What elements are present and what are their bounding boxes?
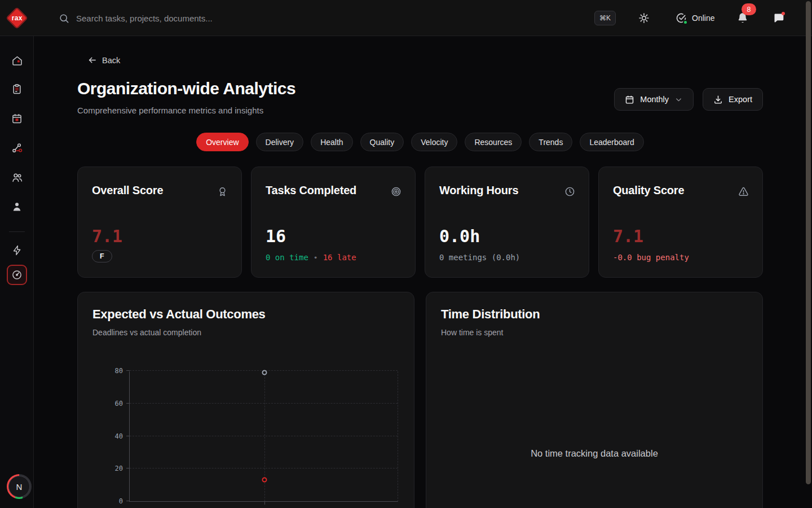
connection-status[interactable]: Online (676, 0, 714, 36)
chat-unread-dot (782, 12, 785, 15)
bug-penalty-sub: -0.0 bug penalty (613, 253, 689, 262)
online-status-dot (683, 20, 688, 25)
quality-score-value: 7.1 (613, 226, 643, 246)
calendar-icon (11, 113, 23, 124)
chevron-down-icon (674, 95, 683, 104)
period-label: Monthly (640, 95, 669, 104)
gridline (130, 436, 398, 436)
tab-resources[interactable]: Resources (465, 133, 522, 151)
notification-count-badge: 8 (742, 3, 756, 15)
workflow-icon (11, 142, 23, 154)
tasks-breakdown: 0 on time • 16 late (266, 253, 356, 262)
sidebar-item-workflow[interactable] (7, 138, 27, 158)
page-title: Organization-wide Analytics (77, 79, 295, 98)
tasks-completed-card: Tasks Completed 16 0 on time • 16 late (251, 167, 416, 278)
gridline (130, 468, 398, 468)
data-point-expected (262, 370, 267, 375)
x-tick (264, 501, 265, 505)
late-count: 16 late (323, 253, 356, 262)
gauge-icon (11, 269, 23, 281)
home-icon (11, 55, 23, 67)
search-input[interactable] (76, 14, 313, 23)
sidebar-item-home[interactable] (7, 50, 27, 71)
tab-quality[interactable]: Quality (360, 133, 404, 151)
online-status-label: Online (692, 14, 714, 23)
y-tick (126, 436, 130, 436)
sidebar-item-automations[interactable] (7, 240, 27, 260)
messages-button[interactable] (773, 12, 784, 24)
tab-trends[interactable]: Trends (529, 133, 572, 151)
chart-title: Expected vs Actual Outcomes (92, 307, 266, 322)
period-select[interactable]: Monthly (614, 88, 694, 111)
y-tick (126, 501, 130, 501)
on-time-count: 0 on time (266, 253, 308, 262)
sidebar-item-tasks[interactable] (7, 79, 27, 99)
quality-score-card: Quality Score 7.1 -0.0 bug penalty (598, 167, 763, 278)
y-tick (126, 468, 130, 468)
chart-subtitle: How time is spent (441, 328, 503, 337)
topbar: rax ⌘K Online 8 (0, 0, 812, 36)
grade-badge: F (92, 250, 112, 262)
outcomes-chart-card: Expected vs Actual Outcomes Deadlines vs… (77, 292, 414, 508)
scrollbar-thumb[interactable] (806, 1, 811, 484)
search-icon (59, 13, 69, 24)
metric-cards: Overall Score 7.1 F Tasks Completed 16 0… (77, 167, 763, 278)
tab-velocity[interactable]: Velocity (411, 133, 457, 151)
chart-subtitle: Deadlines vs actual completion (92, 328, 201, 337)
time-distribution-card: Time Distribution How time is spent No t… (426, 292, 763, 508)
card-title: Tasks Completed (266, 184, 356, 197)
clock-icon (564, 186, 575, 197)
user-icon (11, 201, 23, 212)
data-point-actual (262, 478, 267, 483)
team-icon (11, 172, 23, 183)
card-title: Working Hours (439, 184, 518, 197)
app-logo[interactable]: rax (7, 8, 27, 28)
chat-icon (773, 12, 784, 24)
back-label: Back (102, 56, 120, 65)
download-icon (713, 95, 723, 104)
tab-delivery[interactable]: Delivery (256, 133, 304, 151)
meetings-sub: 0 meetings (0.0h) (439, 253, 520, 262)
sidebar-divider (9, 231, 25, 232)
tab-overview[interactable]: Overview (196, 133, 248, 151)
tab-health[interactable]: Health (311, 133, 352, 151)
logo-diamond-icon: rax (6, 7, 28, 29)
y-tick (126, 370, 130, 371)
y-tick-label: 40 (115, 432, 123, 440)
sidebar-item-analytics[interactable] (7, 265, 27, 285)
overall-score-value: 7.1 (92, 226, 122, 246)
outcomes-plot: 020406080Jan 2026 (129, 371, 398, 502)
gridline (130, 403, 398, 404)
dot-separator: • (314, 253, 318, 262)
working-hours-value: 0.0h (439, 226, 480, 246)
global-search (59, 0, 313, 36)
export-button[interactable]: Export (703, 88, 763, 111)
clipboard-icon (11, 84, 23, 95)
sun-icon (638, 12, 650, 24)
calendar-small-icon (625, 95, 634, 104)
user-avatar[interactable]: N (7, 474, 32, 499)
y-tick-label: 60 (115, 400, 123, 408)
avatar-initial: N (8, 476, 30, 497)
sidebar-item-calendar[interactable] (7, 108, 27, 129)
y-tick-label: 0 (119, 497, 123, 505)
sidebar-item-profile[interactable] (7, 196, 27, 217)
main-content: Back Organization-wide Analytics Compreh… (34, 36, 812, 508)
back-button[interactable]: Back (87, 55, 120, 65)
notifications-button[interactable]: 8 (736, 12, 749, 24)
y-tick (126, 403, 130, 404)
zap-icon (12, 245, 23, 256)
tasks-completed-value: 16 (266, 226, 286, 246)
chart-title: Time Distribution (441, 307, 540, 322)
tab-leaderboard[interactable]: Leaderboard (580, 133, 643, 151)
theme-toggle-button[interactable] (638, 0, 650, 36)
sidebar-item-team[interactable] (7, 167, 27, 187)
empty-state-message: No time tracking data available (426, 360, 762, 508)
arrow-left-icon (87, 55, 97, 65)
logo-text: rax (12, 14, 23, 22)
y-tick-label: 20 (115, 465, 123, 472)
award-icon (217, 186, 228, 197)
overall-score-card: Overall Score 7.1 F (77, 167, 242, 278)
chart-cards: Expected vs Actual Outcomes Deadlines vs… (77, 292, 763, 508)
card-title: Overall Score (92, 184, 163, 197)
